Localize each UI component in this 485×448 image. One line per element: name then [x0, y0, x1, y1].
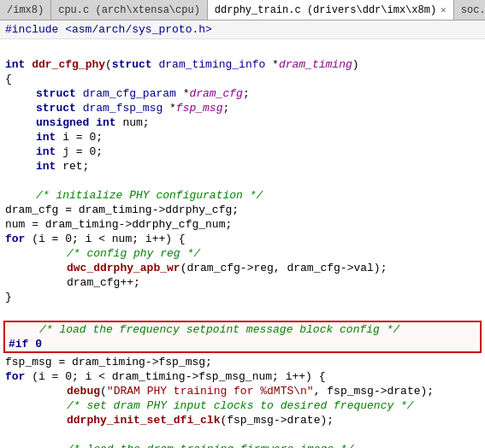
code-line: dwc_ddrphy_apb_wr(dram_cfg->reg, dram_cf… — [0, 261, 485, 275]
tab-label: ddrphy_train.c (drivers\ddr\imx\x8m) — [215, 4, 436, 16]
tab-label: soc.c (arch\arm\... — [461, 4, 485, 16]
tab-bar: /imx8) cpu.c (arch\xtensa\cpu) ddrphy_tr… — [0, 0, 485, 21]
code-line — [0, 427, 485, 442]
tab-close-icon[interactable]: ✕ — [441, 4, 447, 15]
code-line: struct dram_cfg_param *dram_cfg; — [0, 86, 485, 101]
include-text: #include <asm/arch/sys_proto.h> — [5, 23, 212, 36]
code-line: { — [0, 72, 485, 86]
code-line: ddrphy_init_set_dfi_clk(fsp_msg->drate); — [0, 413, 485, 427]
tab-label: cpu.c (arch\xtensa\cpu) — [58, 4, 200, 16]
code-line: unsigned int num; — [0, 115, 485, 130]
code-line: int ret; — [0, 159, 485, 174]
code-line: num = dram_timing->ddrphy_cfg_num; — [0, 217, 485, 232]
code-line: fsp_msg = dram_timing->fsp_msg; — [0, 355, 485, 369]
code-line: dram_cfg++; — [0, 275, 485, 290]
code-line: /* initialize PHY configuration */ — [0, 188, 485, 203]
code-line: for (i = 0; i < num; i++) { — [0, 232, 485, 246]
code-line: /* config phy reg */ — [0, 246, 485, 261]
code-line: /* set dram PHY input clocks to desired … — [0, 398, 485, 413]
code-line-comment: /* load the frequency setpoint message b… — [5, 322, 480, 337]
code-line — [0, 43, 485, 57]
code-line: int j = 0; — [0, 144, 485, 159]
tab-ddrphy[interactable]: ddrphy_train.c (drivers\ddr\imx\x8m) ✕ — [208, 0, 454, 20]
code-line-preprocessor: #if 0 — [5, 337, 480, 351]
code-editor[interactable]: int ddr_cfg_phy(struct dram_timing_info … — [0, 39, 485, 448]
tab-cpu[interactable]: cpu.c (arch\xtensa\cpu) — [51, 0, 208, 20]
include-directive: #include <asm/arch/sys_proto.h> — [0, 21, 485, 39]
code-line — [0, 304, 485, 319]
code-line: int i = 0; — [0, 130, 485, 144]
code-line — [0, 174, 485, 188]
code-line: debug("DRAM PHY training for %dMTS\n", f… — [0, 384, 485, 398]
code-line: dram_cfg = dram_timing->ddrphy_cfg; — [0, 203, 485, 217]
tab-label: /imx8) — [7, 4, 44, 16]
code-line: int ddr_cfg_phy(struct dram_timing_info … — [0, 57, 485, 72]
code-line: /* load the dram training firmware image… — [0, 442, 485, 448]
tab-soc[interactable]: soc.c (arch\arm\... — [454, 0, 485, 20]
highlighted-region: /* load the frequency setpoint message b… — [3, 321, 482, 353]
code-line: for (i = 0; i < dram_timing->fsp_msg_num… — [0, 369, 485, 384]
code-line: struct dram_fsp_msg *fsp_msg; — [0, 101, 485, 115]
tab-imx8[interactable]: /imx8) — [0, 0, 51, 20]
code-line: } — [0, 290, 485, 304]
